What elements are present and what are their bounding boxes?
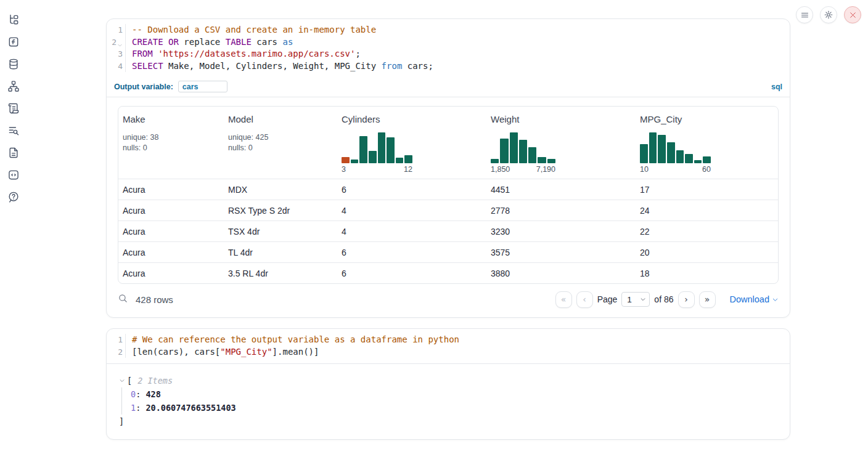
table-row[interactable]: AcuraTL 4dr6357520 xyxy=(118,241,778,262)
histogram-bar xyxy=(528,147,536,163)
dependency-graph-icon[interactable] xyxy=(7,80,20,92)
gear-icon xyxy=(824,10,833,20)
histogram-bar xyxy=(387,137,395,164)
column-header[interactable]: MPG_City1060 xyxy=(636,107,778,179)
table-row[interactable]: Acura3.5 RL 4dr6388018 xyxy=(118,262,778,283)
download-label: Download xyxy=(730,294,770,304)
table-cell: 6 xyxy=(337,179,486,200)
tree-root-row[interactable]: [ 2 Items xyxy=(119,374,779,387)
table-cell: MDX xyxy=(224,179,337,200)
histogram-bar xyxy=(396,158,404,163)
histogram-bar xyxy=(369,151,377,163)
column-header[interactable]: Makeunique: 38nulls: 0 xyxy=(118,107,224,179)
chevron-down-icon xyxy=(772,296,779,303)
histogram-bar xyxy=(694,160,702,164)
download-button[interactable]: Download xyxy=(730,294,779,304)
table-cell: 3230 xyxy=(486,221,636,241)
histogram-bar xyxy=(491,159,499,164)
code-line[interactable]: 1-- Download a CSV and create an in-memo… xyxy=(107,24,790,36)
code-line[interactable]: 1# We can reference the output variable … xyxy=(107,334,790,346)
table-cell: 6 xyxy=(337,263,486,283)
table-cell: Acura xyxy=(118,221,224,241)
function-icon[interactable] xyxy=(7,36,20,48)
table-body: AcuraMDX6445117AcuraRSX Type S 2dr427782… xyxy=(118,179,778,283)
table-row[interactable]: AcuraRSX Type S 2dr4277824 xyxy=(118,200,778,220)
language-badge[interactable]: sql xyxy=(771,83,782,91)
table-cell: 6 xyxy=(337,242,486,262)
table-cell: Acura xyxy=(118,242,224,262)
tree-entry: 0: 428 xyxy=(131,387,779,401)
outline-search-icon[interactable] xyxy=(7,124,20,137)
file-tree-icon[interactable] xyxy=(7,14,20,26)
table-footer: 428 rows « ‹ Page 1 of 86 › » Download xyxy=(118,289,779,310)
code-text: [len(cars), cars["MPG_City"].mean()] xyxy=(126,346,319,358)
table-row[interactable]: AcuraTSX 4dr4323022 xyxy=(118,220,778,241)
chevron-down-icon[interactable] xyxy=(119,378,125,384)
line-number: 3 xyxy=(107,48,126,60)
settings-button[interactable] xyxy=(820,6,837,23)
column-header[interactable]: Modelunique: 425nulls: 0 xyxy=(224,107,337,179)
histogram-bar xyxy=(640,144,648,163)
next-page-button[interactable]: › xyxy=(678,291,695,308)
search-icon[interactable] xyxy=(118,293,128,306)
column-name: Make xyxy=(123,114,219,124)
table-cell: TL 4dr xyxy=(224,242,337,262)
code-line[interactable]: 2[len(cars), cars["MPG_City"].mean()] xyxy=(107,346,790,358)
table-cell: 4 xyxy=(337,221,486,241)
column-stats: unique: 38nulls: 0 xyxy=(123,132,219,153)
code-text: FROM 'https://datasets.marimo.app/cars.c… xyxy=(126,48,361,60)
table-cell: TSX 4dr xyxy=(224,221,337,241)
tree-entry: 1: 20.060747663551403 xyxy=(131,401,779,415)
pagination: « ‹ Page 1 of 86 › » Download xyxy=(555,291,779,308)
page-select[interactable]: 1 xyxy=(621,292,650,307)
table-cell: 17 xyxy=(636,179,778,200)
table-cell: Acura xyxy=(118,179,224,200)
table-cell: 22 xyxy=(636,221,778,241)
first-page-button[interactable]: « xyxy=(555,291,572,308)
output-variable-input[interactable] xyxy=(178,81,227,92)
python-code-editor[interactable]: 1# We can reference the output variable … xyxy=(107,329,790,363)
histogram-bar xyxy=(519,140,527,164)
snippets-code-icon[interactable] xyxy=(7,169,20,181)
code-line[interactable]: 3FROM 'https://datasets.marimo.app/cars.… xyxy=(107,48,790,60)
table-row[interactable]: AcuraMDX6445117 xyxy=(118,179,778,200)
open-bracket: [ xyxy=(127,374,132,387)
column-header[interactable]: Weight1,8507,190 xyxy=(486,107,636,179)
code-text: SELECT Make, Model, Cylinders, Weight, M… xyxy=(126,60,433,73)
menu-button[interactable] xyxy=(796,6,813,23)
tree-entries: 0: 4281: 20.060747663551403 xyxy=(121,387,779,415)
prev-page-button[interactable]: ‹ xyxy=(576,291,593,308)
sql-output-area: Makeunique: 38nulls: 0Modelunique: 425nu… xyxy=(107,97,790,317)
fold-chevron-icon[interactable] xyxy=(117,39,123,45)
line-number: 2 xyxy=(107,36,126,49)
histogram-bar xyxy=(685,154,693,163)
code-line[interactable]: 2CREATE OR replace TABLE cars as xyxy=(107,36,790,49)
last-page-button[interactable]: » xyxy=(699,291,716,308)
column-header[interactable]: Cylinders312 xyxy=(337,107,486,179)
histogram-bar xyxy=(500,139,508,163)
code-line[interactable]: 4SELECT Make, Model, Cylinders, Weight, … xyxy=(107,60,790,73)
row-count: 428 rows xyxy=(136,294,173,305)
page-label: Page xyxy=(597,294,618,304)
table-cell: 3.5 RL 4dr xyxy=(224,263,337,283)
items-count-label: 2 Items xyxy=(137,374,173,387)
histogram-bar xyxy=(703,156,711,163)
histogram-axis-labels: 1060 xyxy=(640,165,711,174)
line-number: 1 xyxy=(107,24,126,36)
table-cell: RSX Type S 2dr xyxy=(224,200,337,220)
shutdown-button[interactable] xyxy=(844,6,861,23)
logs-scroll-icon[interactable] xyxy=(7,102,20,115)
histogram-bar xyxy=(510,132,518,163)
help-icon[interactable] xyxy=(7,191,20,203)
histogram-axis-labels: 1,8507,190 xyxy=(491,165,555,174)
column-histogram: 1,8507,190 xyxy=(491,132,555,174)
histogram-bar xyxy=(378,132,386,163)
page-select-value: 1 xyxy=(627,295,632,304)
table-cell: 3880 xyxy=(486,263,636,283)
database-icon[interactable] xyxy=(7,58,20,70)
documentation-icon[interactable] xyxy=(7,147,20,159)
histogram-bar xyxy=(667,142,675,163)
table-cell: Acura xyxy=(118,200,224,220)
sql-code-editor[interactable]: 1-- Download a CSV and create an in-memo… xyxy=(107,19,790,78)
histogram-bar xyxy=(538,157,546,163)
